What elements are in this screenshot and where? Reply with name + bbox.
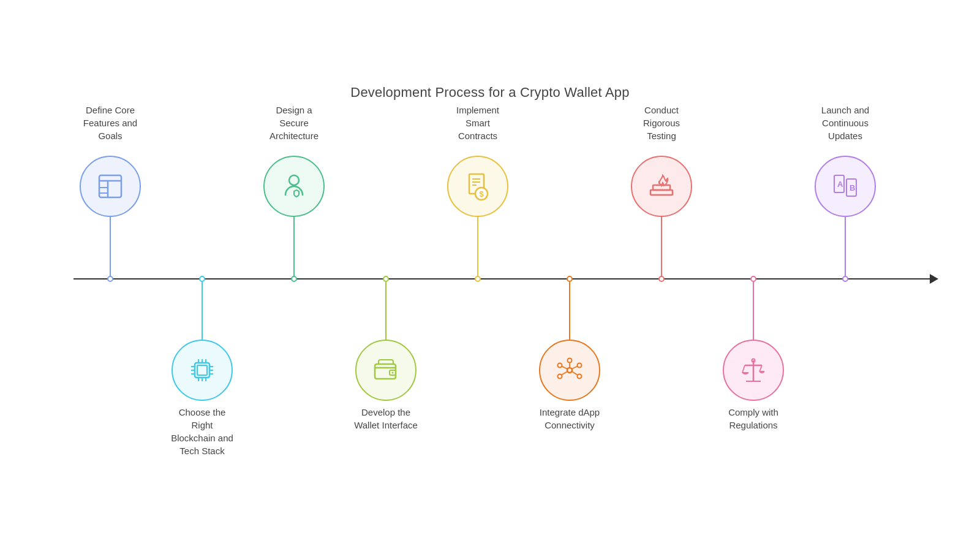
step6-circle <box>539 340 600 401</box>
connector-step6 <box>569 282 570 340</box>
node-dot-step7 <box>658 276 665 282</box>
svg-line-36 <box>562 366 568 369</box>
step2-circle <box>172 340 233 401</box>
svg-rect-6 <box>197 365 207 375</box>
connector-step4 <box>385 282 386 340</box>
svg-line-37 <box>572 366 578 369</box>
connector-step1 <box>110 217 111 276</box>
svg-point-22 <box>392 371 394 373</box>
page-title: Development Process for a Crypto Wallet … <box>350 85 629 101</box>
connector-step7 <box>661 217 662 276</box>
step1-circle <box>80 156 141 217</box>
connector-step3 <box>293 217 295 276</box>
step1-label: Define CoreFeatures andGoals <box>61 104 159 142</box>
step3-label: Design aSecureArchitecture <box>245 104 343 142</box>
svg-point-31 <box>578 363 582 367</box>
step6-label: Integrate dAppConnectivity <box>521 406 619 432</box>
timeline: Define CoreFeatures andGoals Choose theR… <box>37 137 943 456</box>
svg-point-29 <box>567 368 572 373</box>
step9-label: Launch andContinuousUpdates <box>796 104 894 142</box>
step8-circle <box>723 340 784 401</box>
svg-point-34 <box>568 358 572 362</box>
svg-text:$: $ <box>480 189 484 199</box>
step4-label: Develop theWallet Interface <box>337 406 435 432</box>
node-dot-step5 <box>475 276 481 282</box>
svg-point-33 <box>578 374 582 378</box>
step8-label: Comply withRegulations <box>704 406 802 432</box>
node-dot-step4 <box>383 276 389 282</box>
connector-step8 <box>753 282 754 340</box>
svg-point-32 <box>558 374 562 378</box>
node-dot-step2 <box>199 276 205 282</box>
svg-text:B: B <box>850 183 855 192</box>
node-dot-step8 <box>750 276 756 282</box>
step2-label: Choose theRightBlockchain andTech Stack <box>153 406 251 457</box>
step5-label: ImplementSmartContracts <box>429 104 527 142</box>
step3-circle <box>263 156 325 217</box>
svg-line-38 <box>562 371 568 375</box>
step7-circle <box>631 156 692 217</box>
node-dot-step6 <box>567 276 573 282</box>
step4-circle <box>355 340 417 401</box>
connector-step9 <box>845 217 846 276</box>
svg-point-19 <box>289 175 299 185</box>
svg-line-47 <box>760 365 762 371</box>
node-dot-step3 <box>291 276 297 282</box>
step7-label: ConductRigorousTesting <box>612 104 710 142</box>
svg-rect-0 <box>99 175 121 197</box>
step5-circle: $ <box>447 156 508 217</box>
node-dot-step1 <box>107 276 113 282</box>
node-dot-step9 <box>842 276 848 282</box>
connector-step5 <box>477 217 478 276</box>
svg-point-30 <box>558 363 562 367</box>
svg-text:A: A <box>837 180 843 189</box>
connector-step2 <box>202 282 203 340</box>
svg-line-45 <box>742 365 745 373</box>
svg-rect-20 <box>375 364 396 379</box>
step9-circle: A B <box>815 156 876 217</box>
svg-line-39 <box>572 371 578 375</box>
